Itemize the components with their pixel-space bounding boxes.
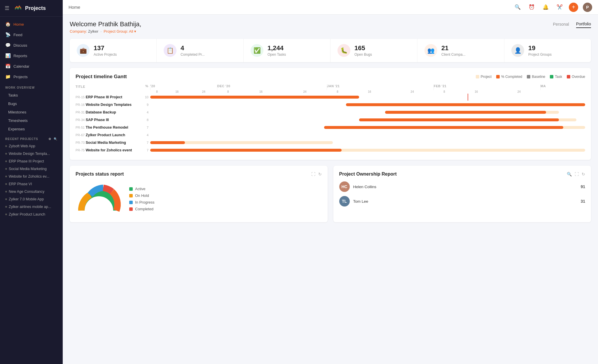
gantt-bar-container (150, 94, 585, 101)
gantt-fg-bar (150, 141, 185, 144)
task-pct: 9 (140, 101, 150, 108)
legend-color (129, 194, 133, 197)
expand-icon[interactable]: ⛶ (311, 172, 315, 176)
task-name: PR-34 SAP Phase III (76, 116, 140, 124)
stat-info-4: 21 Client Compa... (441, 44, 466, 57)
recent-item-dot (5, 176, 7, 177)
expand-icon[interactable]: ⛶ (575, 172, 579, 176)
app-logo-icon (14, 4, 22, 12)
recent-projects-settings-icon[interactable]: ⚙ (48, 137, 51, 141)
sidebar-item-reports[interactable]: 📊Reports (0, 50, 63, 61)
recent-project-item[interactable]: Website for Zoholics ev... (0, 173, 63, 180)
stat-number-1: 4 (181, 44, 205, 52)
settings-icon[interactable]: ✂️ (555, 3, 564, 12)
ownership-report-actions: 🔍 ⛶ ↻ (567, 172, 585, 176)
gantt-row[interactable]: PR-75 Website for Zoholics event 7 (76, 146, 585, 154)
recent-project-item[interactable]: ERP Phase VI (0, 180, 63, 188)
ownership-item[interactable]: HC Helen Collins 91 (339, 181, 585, 192)
gantt-row[interactable]: PR-73 Social Media Marketing 7 (76, 139, 585, 146)
recent-project-item[interactable]: Zylker Product Launch (0, 211, 63, 218)
gantt-bar-container (150, 139, 585, 146)
task-name: PR-16 Website Design Templates (76, 101, 140, 108)
gantt-row[interactable]: PR-16 Website Design Templates 9 (76, 101, 585, 108)
bell-icon[interactable]: 🔔 (541, 3, 550, 12)
sidebar-header: ☰ Projects (0, 0, 63, 17)
stat-icon-2: ✅ (251, 44, 263, 57)
sidebar-item-calendar[interactable]: 📅Calendar (0, 61, 63, 71)
page-content: Welcome Prathik Bathija, Company: Zylker… (63, 15, 598, 364)
legend-dot (476, 75, 479, 78)
recent-project-item[interactable]: ERP Phase III Project (0, 158, 63, 165)
refresh-icon[interactable]: ↻ (318, 172, 322, 176)
donut-chart (76, 181, 122, 216)
calendar-nav-icon: 📅 (5, 64, 11, 69)
recent-project-item[interactable]: Zylsoft Web App (0, 142, 63, 150)
stat-icon-4: 👥 (424, 44, 437, 57)
stat-info-3: 165 Open Bugs (354, 44, 372, 57)
sidebar-item-timesheets[interactable]: Timesheets (0, 116, 63, 125)
sidebar-item-tasks[interactable]: Tasks (0, 91, 63, 99)
today-line (468, 94, 468, 101)
stat-info-0: 137 Active Projects (94, 44, 117, 57)
recent-project-item[interactable]: New Age Consultancy (0, 188, 63, 195)
sidebar-item-discuss[interactable]: 💬Discuss (0, 40, 63, 50)
search-icon[interactable]: 🔍 (567, 172, 572, 176)
stat-card-0[interactable]: 💼 137 Active Projects (70, 39, 157, 62)
stat-card-4[interactable]: 👥 21 Client Compa... (417, 39, 504, 62)
discuss-nav-icon: 💬 (5, 43, 11, 48)
refresh-icon[interactable]: ↻ (582, 172, 585, 176)
sidebar-item-expenses[interactable]: Expenses (0, 125, 63, 133)
gantt-legend: Project% CompletedBaselineTaskOverdue (476, 75, 585, 79)
legend-on-hold: On Hold (129, 193, 154, 198)
recent-item-dot (5, 191, 7, 192)
task-pct: 7 (140, 146, 150, 154)
sidebar-item-home[interactable]: 🏠Home (0, 19, 63, 29)
gantt-bar-container (150, 132, 585, 139)
personal-tab[interactable]: Personal (553, 22, 569, 28)
owner-name: Helen Collins (353, 185, 577, 189)
ownership-item[interactable]: TL Tom Lee 31 (339, 196, 585, 206)
donut-legend: ActiveOn HoldIn ProgressCompleted (129, 187, 154, 211)
recent-project-item[interactable]: Social Media Marketing (0, 165, 63, 173)
recent-projects-search-icon[interactable]: 🔍 (54, 137, 57, 141)
gantt-row[interactable]: PR-31 Database Backup 4 (76, 108, 585, 116)
recent-project-item[interactable]: Website Design Templa... (0, 150, 63, 158)
stat-card-1[interactable]: 📋 4 Completed Pr... (157, 39, 244, 62)
gantt-row[interactable]: PR-34 SAP Phase III 8 (76, 116, 585, 124)
view-tabs: Personal Portfolio (553, 20, 591, 28)
task-pct: 7 (140, 124, 150, 131)
sidebar-item-bugs[interactable]: Bugs (0, 99, 63, 108)
recent-project-item[interactable]: Zylker airlines mobile ap... (0, 203, 63, 211)
portfolio-tab[interactable]: Portfolio (576, 22, 591, 28)
recent-project-item[interactable]: Zylker 7.0 Mobile App (0, 195, 63, 203)
clock-icon[interactable]: ⏰ (527, 3, 536, 12)
month-nov: '20 (150, 84, 217, 90)
user-avatar[interactable]: P (583, 3, 592, 12)
status-report-actions: ⛶ ↻ (311, 172, 322, 176)
gantt-row[interactable]: PR-51 The Penthouse Remodel 7 (76, 124, 585, 131)
legend-in-progress: In Progress (129, 200, 154, 204)
month-jan: Jan '21 (327, 84, 433, 90)
legend-item-%-completed: % Completed (496, 75, 522, 79)
project-group-selector[interactable]: All ▾ (129, 29, 136, 34)
sidebar-item-projects[interactable]: 📁Projects (0, 71, 63, 82)
stat-icon-1: 📋 (164, 44, 176, 57)
stat-card-3[interactable]: 🐛 165 Open Bugs (331, 39, 417, 62)
status-report-panel: Projects status report ⛶ ↻ (70, 166, 328, 222)
sidebar-item-feed[interactable]: 📡Feed (0, 29, 63, 40)
gantt-row[interactable]: PR-15 ERP Phase III Project 10 (76, 93, 585, 101)
sidebar-navigation: 🏠Home📡Feed💬Discuss📊Reports📅Calendar📁Proj… (0, 17, 63, 220)
legend-item-task: Task (550, 75, 562, 79)
sidebar-item-milestones[interactable]: Milestones (0, 108, 63, 116)
donut-container: ActiveOn HoldIn ProgressCompleted (76, 181, 322, 216)
stat-card-2[interactable]: ✅ 1,244 Open Tasks (244, 39, 331, 62)
welcome-section: Welcome Prathik Bathija, Company: Zylker… (70, 20, 141, 34)
ownership-report-header: Project Ownership Report 🔍 ⛶ ↻ (339, 172, 585, 177)
add-button[interactable]: + (569, 3, 578, 12)
stat-card-5[interactable]: 👤 19 Project Groups (504, 39, 591, 62)
hamburger-icon[interactable]: ☰ (5, 5, 9, 11)
search-icon[interactable]: 🔍 (513, 3, 522, 12)
reports-nav-icon: 📊 (5, 53, 11, 58)
gantt-row[interactable]: PR-67 Zylker Product Launch 4 (76, 131, 585, 139)
stat-icon-0: 💼 (77, 44, 90, 57)
